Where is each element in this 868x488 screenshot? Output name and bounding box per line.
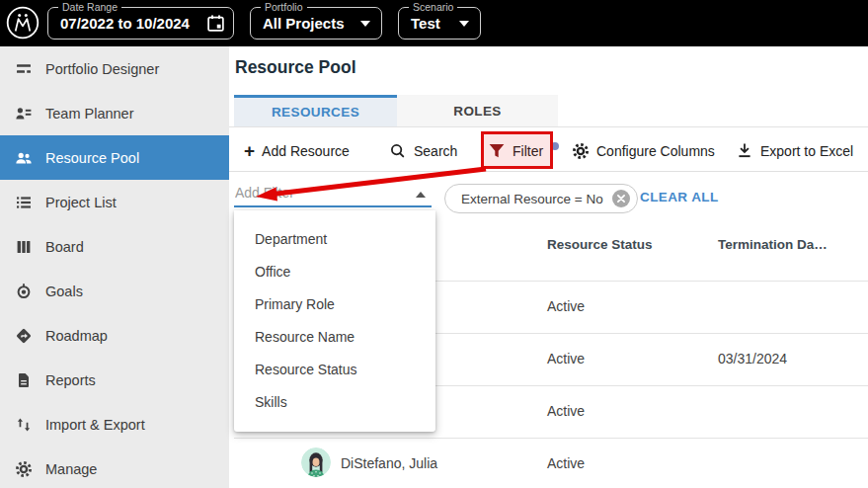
calendar-icon[interactable] <box>206 14 225 33</box>
sidebar-item-label: Board <box>45 239 84 255</box>
tab-roles-label: ROLES <box>453 104 502 119</box>
sidebar-item-label: Manage <box>45 461 97 477</box>
board-icon <box>15 238 33 256</box>
search-label: Search <box>414 143 457 159</box>
clear-all-link[interactable]: CLEAR ALL <box>640 190 719 204</box>
date-range-value: 07/2022 to 10/2024 <box>60 8 190 39</box>
close-icon[interactable] <box>611 189 631 208</box>
tab-resources[interactable]: RESOURCES <box>234 95 397 126</box>
sidebar-item-team-planner[interactable]: Team Planner <box>0 91 229 135</box>
cell-termination-date: 03/31/2024 <box>718 351 787 366</box>
meisterplan-logo <box>6 6 39 40</box>
sidebar-item-label: Team Planner <box>45 106 133 122</box>
sidebar-item-label: Goals <box>45 284 83 299</box>
tab-roles[interactable]: ROLES <box>397 95 558 126</box>
add-filter-input[interactable] <box>234 183 432 207</box>
column-header-termination-date[interactable]: Termination Da… <box>718 237 828 252</box>
sidebar-item-portfolio-designer[interactable]: Portfolio Designer <box>0 46 229 91</box>
chevron-up-icon[interactable] <box>416 192 426 198</box>
portfolio-selector[interactable]: Portfolio All Projects <box>250 7 382 40</box>
sidebar-item-label: Import & Export <box>45 417 145 433</box>
roadmap-icon <box>15 327 33 345</box>
sidebar: Portfolio Designer Team Planner Resource… <box>0 46 229 488</box>
add-filter-dropdown: Department Office Primary Role Resource … <box>234 210 435 432</box>
add-resource-button[interactable]: + Add Resource <box>244 140 350 162</box>
portfolio-designer-icon <box>15 60 33 78</box>
add-resource-label: Add Resource <box>262 143 350 159</box>
add-filter-field <box>234 183 432 209</box>
scenario-value: Test <box>411 8 440 39</box>
chevron-down-icon <box>360 21 370 27</box>
page-title: Resource Pool <box>235 57 356 78</box>
sidebar-item-reports[interactable]: Reports <box>0 358 229 402</box>
cell-resource-status: Active <box>547 351 585 366</box>
sidebar-item-roadmap[interactable]: Roadmap <box>0 313 229 358</box>
table-divider <box>234 438 868 439</box>
sidebar-item-manage[interactable]: Manage <box>0 447 229 488</box>
dropdown-option-skills[interactable]: Skills <box>234 386 435 419</box>
date-range-selector[interactable]: Date Range 07/2022 to 10/2024 <box>47 7 234 40</box>
sidebar-item-label: Reports <box>45 372 96 388</box>
portfolio-value: All Projects <box>263 8 345 39</box>
configure-columns-label: Configure Columns <box>596 143 715 159</box>
sidebar-item-import-export[interactable]: Import & Export <box>0 402 229 447</box>
resource-pool-icon <box>15 149 33 167</box>
column-header-resource-status[interactable]: Resource Status <box>547 237 653 252</box>
dropdown-option-resource-status[interactable]: Resource Status <box>234 354 435 386</box>
import-export-icon <box>15 416 33 434</box>
search-button[interactable]: Search <box>389 140 457 162</box>
reports-icon <box>15 371 33 389</box>
sidebar-item-board[interactable]: Board <box>0 224 229 269</box>
dropdown-option-primary-role[interactable]: Primary Role <box>234 288 435 321</box>
search-icon <box>389 142 407 160</box>
project-list-icon <box>15 194 33 211</box>
sidebar-item-resource-pool[interactable]: Resource Pool <box>0 135 229 180</box>
tab-resources-label: RESOURCES <box>272 105 359 120</box>
cell-resource-status: Active <box>547 403 585 419</box>
dropdown-option-resource-name[interactable]: Resource Name <box>234 321 435 354</box>
team-planner-icon <box>15 105 33 122</box>
manage-icon <box>15 460 33 478</box>
sidebar-item-label: Roadmap <box>45 328 108 344</box>
dropdown-option-department[interactable]: Department <box>234 223 435 256</box>
gear-icon <box>572 142 590 160</box>
export-to-excel-button[interactable]: Export to Excel <box>736 140 853 162</box>
filter-button[interactable]: Filter <box>488 140 559 162</box>
sidebar-item-project-list[interactable]: Project List <box>0 180 229 224</box>
avatar <box>301 447 331 477</box>
sidebar-item-label: Resource Pool <box>45 150 139 166</box>
filter-chip-label: External Resource = No <box>461 192 603 206</box>
sidebar-item-label: Project List <box>45 195 117 210</box>
sidebar-item-goals[interactable]: Goals <box>0 269 229 313</box>
export-to-excel-label: Export to Excel <box>760 143 853 159</box>
scenario-selector[interactable]: Scenario Test <box>398 7 481 40</box>
chevron-down-icon <box>459 21 469 27</box>
toolbar-divider <box>229 171 868 172</box>
tabs-divider <box>229 126 868 127</box>
main-content: Resource Pool RESOURCES ROLES + Add Reso… <box>229 46 868 488</box>
dropdown-option-office[interactable]: Office <box>234 256 435 288</box>
filter-label: Filter <box>513 143 543 159</box>
filter-chip[interactable]: External Resource = No <box>444 184 638 213</box>
active-filter-badge <box>551 142 559 150</box>
cell-resource-status: Active <box>547 298 585 314</box>
topbar: Date Range 07/2022 to 10/2024 Portfolio … <box>0 0 868 46</box>
sidebar-item-label: Portfolio Designer <box>45 61 159 77</box>
goals-icon <box>15 283 33 300</box>
download-icon <box>736 142 753 160</box>
configure-columns-button[interactable]: Configure Columns <box>572 140 715 162</box>
filter-icon <box>488 142 506 160</box>
cell-resource-name: DiStefano, Julia <box>341 455 437 471</box>
plus-icon: + <box>244 142 255 160</box>
cell-resource-status: Active <box>547 455 585 471</box>
